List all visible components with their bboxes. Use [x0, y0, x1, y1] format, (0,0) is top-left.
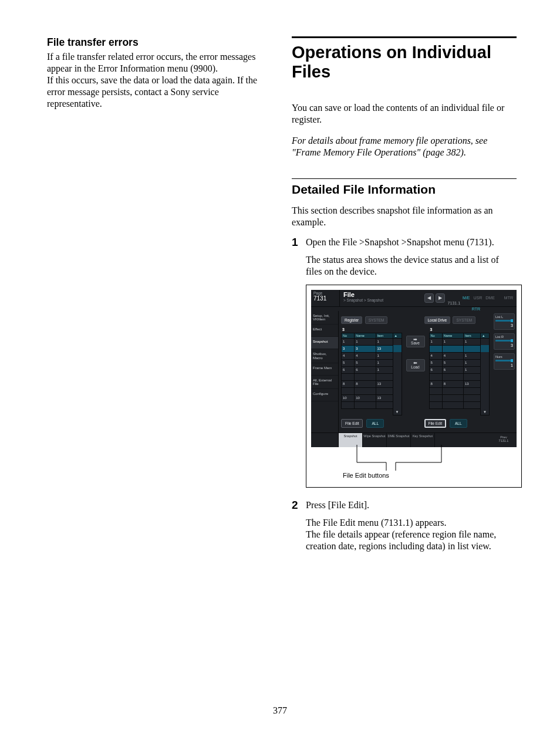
tab-me[interactable]: M/E	[463, 296, 470, 300]
all-button[interactable]: ALL	[450, 419, 467, 428]
sidebar-item[interactable]: All, External File	[311, 376, 338, 390]
param-list-r[interactable]: List R 3	[494, 333, 515, 350]
tab-usr[interactable]: USR	[473, 296, 482, 300]
sidebar: Setup, Init, VKMem Effect Snapshot Shotb…	[311, 311, 339, 433]
param-list-l[interactable]: List L 3	[494, 313, 515, 330]
nav-next-button[interactable]: ▶	[436, 293, 445, 303]
page-indicator: Page 7131	[311, 290, 340, 306]
step-text: Press [File Edit].	[306, 499, 517, 511]
paragraph: This section describes snapshot file inf…	[292, 205, 517, 228]
right-column: Operations on Individual Files You can s…	[292, 36, 517, 552]
system-button[interactable]: SYSTEM	[453, 316, 475, 324]
heading-detailed-file-info: Detailed File Information	[292, 182, 517, 197]
local-drive-button[interactable]: Local Drive	[424, 316, 451, 324]
figure-annotation: File Edit buttons	[311, 445, 517, 481]
sidebar-item[interactable]: Snapshot	[311, 337, 338, 349]
register-button[interactable]: Register	[341, 316, 362, 324]
nav-prev-button[interactable]: ◀	[424, 293, 434, 303]
file-edit-button[interactable]: File Edit	[424, 419, 446, 428]
rule	[292, 178, 517, 179]
file-table-left: No Name Item ▲ 1113313441551661881310101…	[341, 333, 402, 416]
rule	[292, 36, 517, 38]
tab-mtr[interactable]: MTR	[504, 296, 513, 300]
menu-title: File > Snapshot > Snapshot	[340, 290, 422, 306]
file-edit-button[interactable]: File Edit	[341, 419, 363, 428]
step-text: Open the File >Snapshot >Snapshot menu (…	[306, 236, 517, 248]
file-table-right: No Name Item ▲ 1114415516618813 ▼	[429, 333, 490, 416]
sidebar-item[interactable]: Frame Mem	[311, 363, 338, 376]
param-num[interactable]: Num 1	[494, 353, 515, 370]
panel-count: 3	[430, 327, 490, 332]
paragraph: If this occurs, save the data or load th…	[47, 75, 272, 110]
top-tab-row: M/E USR DME MTR	[463, 290, 517, 306]
note-reference: For details about frame memory file oper…	[292, 135, 517, 158]
tab-dme[interactable]: DME	[485, 296, 495, 300]
load-button[interactable]: ⬅Load	[406, 359, 425, 371]
right-parameter-column: List L 3 List R 3 Num	[492, 311, 517, 433]
step-subtext: The File Edit menu (7131.1) appears. The…	[306, 517, 517, 552]
sidebar-item[interactable]: Configure	[311, 389, 338, 401]
screenshot-figure: Page 7131 File > Snapshot > Snapshot ◀ ▶…	[306, 285, 522, 488]
paragraph: You can save or load the contents of an …	[292, 102, 517, 126]
subheading-file-transfer-errors: File transfer errors	[47, 36, 272, 49]
sidebar-item[interactable]: Shotbox, Macro	[311, 349, 338, 363]
sidebar-item[interactable]: Effect	[311, 325, 338, 337]
step-number: 2	[292, 499, 300, 511]
page-number: 377	[0, 705, 560, 716]
screenshot: Page 7131 File > Snapshot > Snapshot ◀ ▶…	[311, 290, 517, 448]
sidebar-item[interactable]: Setup, Init, VKMem	[311, 311, 338, 325]
save-button[interactable]: ➡Save	[406, 336, 425, 348]
heading-operations: Operations on Individual Files	[292, 43, 517, 82]
nav-page-number: 7131.1	[448, 301, 460, 306]
panel-count: 3	[342, 327, 402, 332]
annotation-label: File Edit buttons	[343, 472, 389, 479]
step-subtext: The status area shows the device status …	[306, 254, 517, 278]
all-button[interactable]: ALL	[366, 419, 384, 428]
tab-rtr[interactable]: RTR	[472, 307, 480, 311]
left-column: File transfer errors If a file transfer …	[47, 36, 272, 552]
system-button[interactable]: SYSTEM	[365, 316, 388, 324]
step-number: 1	[292, 236, 300, 248]
paragraph: If a file transfer related error occurs,…	[47, 51, 272, 75]
